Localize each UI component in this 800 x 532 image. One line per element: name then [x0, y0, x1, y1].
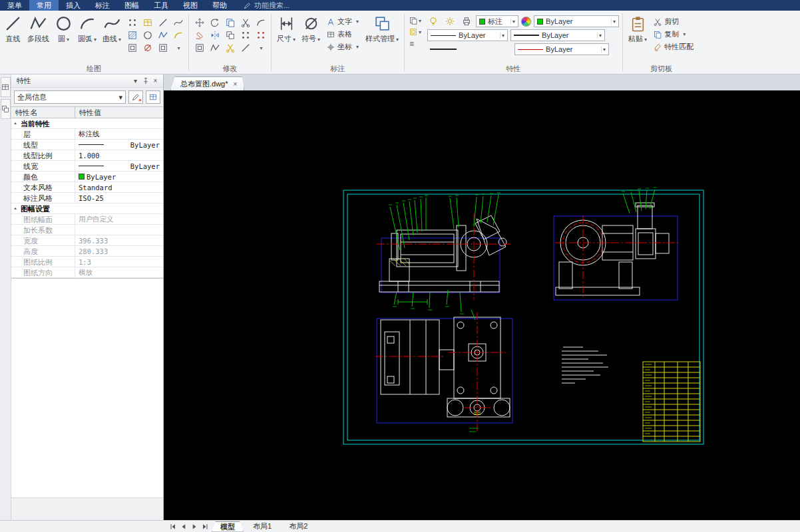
- close-icon[interactable]: ×: [234, 80, 238, 88]
- menu-tab-view[interactable]: 视图: [176, 0, 205, 11]
- coordinate-tool-button[interactable]: 坐标: [324, 41, 361, 53]
- table-row-textstyle[interactable]: 文本风格 Standard: [11, 182, 163, 193]
- mirror-tool-button[interactable]: [208, 29, 222, 41]
- properties-hamburger-button[interactable]: ≡: [408, 39, 423, 49]
- table-row-lineweight[interactable]: 线宽 ByLayer: [11, 161, 163, 172]
- cut-button[interactable]: 剪切: [651, 16, 696, 27]
- clipboard-small-tools: 剪切 复制 特性匹配: [651, 16, 696, 53]
- table-row-height[interactable]: 高度 280.333: [11, 246, 163, 257]
- symbol-tool-button[interactable]: 符号: [300, 12, 322, 45]
- menu-tab-insert[interactable]: 插入: [59, 0, 88, 11]
- image-attach-button[interactable]: [408, 27, 423, 37]
- ellipse-tool-button[interactable]: [140, 29, 154, 41]
- tab-layout1[interactable]: 布局1: [245, 521, 280, 532]
- menu-tab-sheet[interactable]: 图幅: [117, 0, 146, 11]
- first-layout-button[interactable]: [168, 522, 178, 531]
- move-tool-button[interactable]: [192, 17, 206, 29]
- point-tool-button[interactable]: [125, 17, 139, 29]
- scope-select[interactable]: 全局信息 ▾: [14, 90, 126, 104]
- collapse-icon[interactable]: ▲: [13, 121, 17, 125]
- table-row-papersize[interactable]: 图纸幅面 用户自定义: [11, 214, 163, 225]
- table-row-orientation[interactable]: 图纸方向 横放: [11, 267, 163, 278]
- ray-tool-button[interactable]: [156, 17, 170, 29]
- table-row-color[interactable]: 颜色 ByLayer: [11, 172, 163, 182]
- circle-tool-button[interactable]: 圆: [53, 12, 74, 45]
- fillet-tool-button[interactable]: [254, 17, 268, 29]
- line-tool-button[interactable]: 直线: [3, 12, 23, 45]
- color-wheel-icon[interactable]: [521, 17, 531, 27]
- pin-icon[interactable]: [140, 76, 150, 86]
- copy-tool-button[interactable]: [223, 17, 237, 29]
- table-row-ltscale[interactable]: 线型比例 1.000: [11, 150, 163, 161]
- menu-item-menu[interactable]: 菜单: [0, 0, 29, 11]
- modify-more-button[interactable]: [254, 42, 268, 54]
- erase-tool-button[interactable]: [192, 29, 206, 41]
- break-tool-button[interactable]: [223, 42, 237, 54]
- property-group-row[interactable]: ▲当前特性: [11, 118, 163, 129]
- hatch-tool-button[interactable]: [125, 29, 139, 41]
- tab-layout2[interactable]: 布局2: [281, 521, 315, 532]
- prev-layout-button[interactable]: [178, 522, 189, 531]
- table-row-dimstyle[interactable]: 标注风格 ISO-25: [11, 193, 163, 203]
- color-select[interactable]: ByLayer ▾: [534, 15, 619, 27]
- table-row-scale[interactable]: 图纸比例 1:3: [11, 257, 163, 267]
- array-tool-button[interactable]: [238, 29, 252, 41]
- document-tab[interactable]: 总布置图.dwg* ×: [170, 76, 244, 90]
- table-row-linetype[interactable]: 线型 ByLayer: [11, 140, 163, 150]
- dimension-tool-button[interactable]: 尺寸: [275, 12, 298, 45]
- menu-tab-annotate[interactable]: 标注: [88, 0, 117, 11]
- offset-tool-button[interactable]: [223, 29, 237, 41]
- join-tool-button[interactable]: [238, 42, 252, 54]
- paste-button[interactable]: 粘贴: [626, 12, 649, 45]
- revision-cloud-button[interactable]: [171, 17, 185, 29]
- polyline-tool-button[interactable]: 多段线: [25, 12, 51, 45]
- wipeout-tool-button[interactable]: [156, 42, 170, 54]
- menu-tab-help[interactable]: 帮助: [205, 0, 234, 11]
- layer-on-button[interactable]: [426, 15, 440, 27]
- tab-model[interactable]: 模型: [212, 521, 244, 532]
- rect-tool-button[interactable]: [140, 17, 154, 29]
- property-group-row[interactable]: ▲图幅设置: [11, 203, 163, 214]
- next-layout-button[interactable]: [189, 522, 200, 531]
- region-tool-button[interactable]: [125, 42, 139, 54]
- scale-tool-button[interactable]: [192, 42, 206, 54]
- rotate-tool-button[interactable]: [208, 17, 222, 29]
- menu-tab-tools[interactable]: 工具: [146, 0, 176, 11]
- stretch-tool-button[interactable]: [208, 42, 222, 54]
- palette-tab-layers[interactable]: [1, 99, 11, 119]
- close-icon[interactable]: ×: [150, 76, 160, 86]
- table-tool-button[interactable]: 表格: [324, 29, 361, 40]
- lineweight-select[interactable]: ByLayer ▾: [510, 29, 605, 41]
- quick-select-button[interactable]: ×: [128, 90, 143, 104]
- palette-tab-properties[interactable]: [1, 77, 11, 97]
- table-row-layer[interactable]: 层 标注线: [11, 129, 163, 140]
- copy-button[interactable]: 复制: [651, 29, 696, 40]
- spline-tool-button[interactable]: 曲线: [100, 12, 123, 45]
- xref-attach-button[interactable]: [408, 16, 423, 25]
- text-tool-button[interactable]: 文字: [324, 16, 361, 27]
- style-manager-button[interactable]: 样式管理: [363, 12, 401, 45]
- table-row-lengthen[interactable]: 加长系数: [11, 225, 163, 235]
- collapse-icon[interactable]: ▲: [13, 206, 17, 210]
- draw-more-button[interactable]: [171, 42, 185, 54]
- last-layout-button[interactable]: [200, 522, 210, 531]
- mline-tool-button[interactable]: [156, 29, 170, 41]
- layer-freeze-button[interactable]: [443, 15, 457, 27]
- layer-select[interactable]: 标注 ▾: [476, 15, 518, 27]
- sketch-tool-button[interactable]: [171, 29, 185, 41]
- linetype-select[interactable]: ByLayer ▾: [427, 29, 508, 41]
- drawing-canvas[interactable]: [164, 90, 800, 520]
- arc-tool-button[interactable]: 圆弧: [76, 12, 99, 45]
- explode-tool-button[interactable]: [254, 29, 268, 41]
- column-header-name: 特性名: [11, 107, 75, 118]
- menu-tab-home[interactable]: 常用: [29, 0, 59, 11]
- select-objects-button[interactable]: [146, 90, 160, 104]
- layer-plot-button[interactable]: [459, 15, 473, 27]
- donut-tool-button[interactable]: [140, 42, 154, 54]
- table-row-width[interactable]: 宽度 396.333: [11, 235, 163, 246]
- chevron-down-icon[interactable]: ▾: [130, 76, 140, 86]
- function-search[interactable]: 功能搜索...: [244, 0, 290, 11]
- trim-tool-button[interactable]: [238, 17, 252, 29]
- match-properties-button[interactable]: 特性匹配: [651, 41, 696, 53]
- linetype2-select[interactable]: ByLayer ▾: [514, 43, 609, 55]
